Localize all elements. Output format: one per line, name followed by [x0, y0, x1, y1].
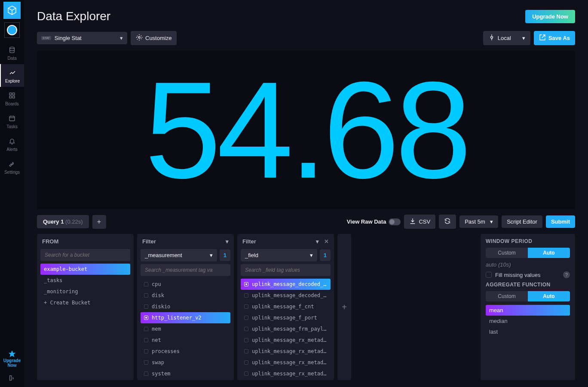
- nav-settings[interactable]: Settings: [0, 155, 24, 178]
- filter-title: Filter: [142, 238, 156, 245]
- chevron-down-icon: ▾: [310, 252, 313, 258]
- filter-title: Filter: [242, 238, 256, 245]
- avatar[interactable]: [4, 22, 20, 38]
- nav-label: Alerts: [6, 147, 18, 152]
- script-editor-button[interactable]: Script Editor: [502, 215, 542, 228]
- calendar-icon: [8, 114, 16, 123]
- wrench-icon: [8, 160, 16, 168]
- aggregate-function-item[interactable]: last: [486, 326, 570, 337]
- measurement-search-input[interactable]: [141, 264, 230, 276]
- aggregate-function-item[interactable]: mean: [486, 305, 570, 316]
- chevron-down-icon: ▾: [490, 218, 493, 225]
- svg-point-0: [10, 47, 15, 49]
- filter-panel-2: Filter ▾ ✕ _field ▾ 1 uplin: [237, 234, 334, 380]
- svg-rect-5: [9, 116, 15, 121]
- filter-panel-1: Filter ▾ _measurement ▾ 1 cpudiskdiskioh…: [137, 234, 234, 380]
- close-icon[interactable]: ✕: [324, 238, 329, 245]
- refresh-icon: [444, 218, 451, 226]
- window-period-title: WINDOW PERIOD: [486, 238, 570, 244]
- measurement-item[interactable]: mem: [141, 323, 230, 335]
- nav-label: Settings: [4, 170, 20, 175]
- measurement-item[interactable]: http_listener_v2: [141, 312, 230, 323]
- measurement-item[interactable]: system: [141, 368, 230, 377]
- bucket-item[interactable]: _monitoring: [40, 286, 130, 297]
- field-item[interactable]: uplink_message_decoded_pa…: [241, 290, 331, 301]
- field-item[interactable]: uplink_message_rx_metadat…: [241, 346, 331, 357]
- page-title: Data Explorer: [37, 9, 110, 23]
- nav-label: Boards: [5, 101, 19, 106]
- chevron-down-icon: ▾: [522, 35, 525, 41]
- svg-point-11: [138, 37, 140, 38]
- logo[interactable]: [3, 2, 21, 19]
- window-period-segment[interactable]: Custom Auto: [486, 248, 570, 258]
- help-icon[interactable]: ?: [563, 271, 570, 278]
- vis-label: Single Stat: [55, 35, 82, 41]
- customize-button[interactable]: Customize: [131, 31, 177, 45]
- add-filter-button[interactable]: +: [337, 234, 351, 380]
- explore-icon: [8, 68, 17, 77]
- aggregate-function-item[interactable]: median: [486, 316, 570, 326]
- bucket-item[interactable]: + Create Bucket: [40, 297, 130, 308]
- csv-download-button[interactable]: CSV: [404, 215, 435, 229]
- nav-tasks[interactable]: Tasks: [0, 110, 24, 132]
- filter-key-selector[interactable]: _measurement ▾: [141, 249, 217, 261]
- svg-rect-1: [9, 93, 12, 95]
- field-item[interactable]: uplink_message_f_port: [241, 312, 331, 323]
- toggle-switch[interactable]: [389, 218, 401, 225]
- checkbox[interactable]: [486, 272, 492, 278]
- svg-rect-4: [9, 96, 12, 98]
- nav-boards[interactable]: Boards: [0, 87, 24, 110]
- bucket-search-input[interactable]: [40, 249, 130, 261]
- nav-label: Explore: [5, 79, 20, 83]
- collapse-sidebar-button[interactable]: [9, 370, 15, 387]
- field-item[interactable]: uplink_message_rx_metadat…: [241, 335, 331, 346]
- field-item[interactable]: uplink_message_rx_metadat…: [241, 368, 331, 377]
- measurement-item[interactable]: diskio: [141, 301, 230, 312]
- sidebar: Data Explore Boards Tasks Alerts Setting…: [0, 0, 24, 387]
- filter-key-selector[interactable]: _field ▾: [241, 249, 317, 261]
- grid-icon: [8, 91, 16, 100]
- nav-label: Data: [7, 56, 16, 61]
- chevron-down-icon[interactable]: ▾: [226, 238, 229, 245]
- filter-count: 1: [220, 249, 230, 261]
- field-item[interactable]: uplink_message_frm_payload: [241, 323, 331, 335]
- gear-icon: [136, 34, 143, 42]
- submit-button[interactable]: Submit: [546, 215, 575, 228]
- nav-explore[interactable]: Explore: [0, 64, 24, 87]
- fill-missing-values[interactable]: Fill missing values ?: [486, 271, 570, 278]
- visualization-selector[interactable]: STAT Single Stat ▾: [37, 32, 127, 44]
- single-stat-value: 54.68: [145, 61, 468, 199]
- save-as-button[interactable]: Save As: [534, 31, 575, 45]
- window-period-value: auto (10s): [486, 261, 570, 268]
- view-raw-data-toggle[interactable]: View Raw Data: [347, 218, 401, 225]
- filter-count: 1: [320, 249, 331, 261]
- bucket-item[interactable]: _tasks: [40, 275, 130, 286]
- field-search-input[interactable]: [241, 264, 331, 276]
- bell-icon: [8, 137, 16, 145]
- nav-data[interactable]: Data: [0, 41, 24, 64]
- measurement-item[interactable]: net: [141, 335, 230, 346]
- upgrade-now-button[interactable]: Upgrade Now: [525, 10, 575, 23]
- measurement-item[interactable]: swap: [141, 357, 230, 368]
- field-item[interactable]: uplink_message_decoded_pa…: [241, 279, 331, 290]
- pin-icon: [488, 34, 495, 42]
- nav-alerts[interactable]: Alerts: [0, 132, 24, 155]
- download-icon: [409, 218, 416, 226]
- visualization-panel: 54.68: [37, 50, 575, 209]
- svg-rect-2: [12, 93, 15, 95]
- field-item[interactable]: uplink_message_rx_metadat…: [241, 357, 331, 368]
- upgrade-now-sidebar[interactable]: Upgrade Now: [3, 347, 21, 370]
- chevron-down-icon: ▾: [120, 35, 123, 41]
- field-item[interactable]: uplink_message_f_cnt: [241, 301, 331, 312]
- bucket-item[interactable]: example-bucket: [40, 264, 130, 275]
- query-tab[interactable]: Query 1 (0.22s): [37, 215, 89, 228]
- add-query-tab[interactable]: +: [92, 215, 106, 229]
- chevron-down-icon[interactable]: ▾: [316, 238, 319, 245]
- measurement-item[interactable]: cpu: [141, 279, 230, 290]
- timezone-selector[interactable]: Local ▾: [483, 31, 530, 45]
- aggregate-function-segment[interactable]: Custom Auto: [486, 291, 570, 301]
- measurement-item[interactable]: disk: [141, 290, 230, 301]
- time-range-selector[interactable]: Past 5m ▾: [459, 215, 498, 228]
- refresh-button[interactable]: [439, 215, 456, 229]
- measurement-item[interactable]: processes: [141, 346, 230, 357]
